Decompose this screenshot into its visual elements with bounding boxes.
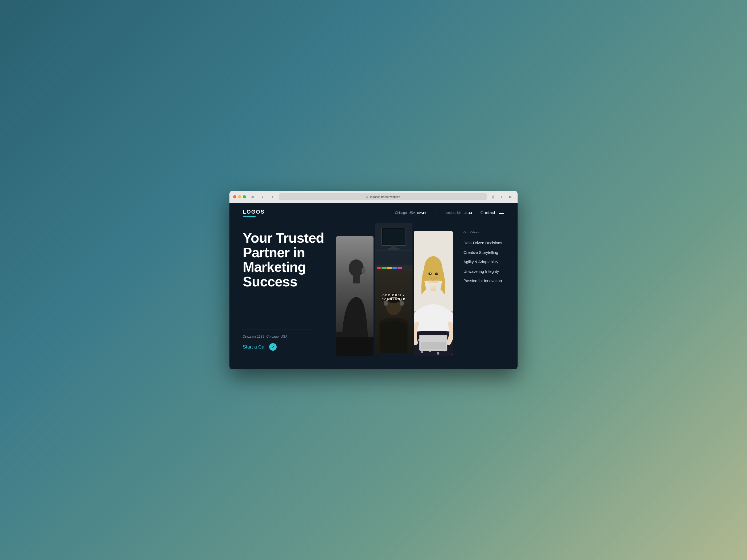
svg-rect-10 xyxy=(391,245,396,248)
hero-values: Our Values Data-Driven Decisions Creativ… xyxy=(463,223,518,356)
hero-bottom: Drazzina 1389, Chicago, USA Start a Call… xyxy=(243,329,328,351)
overlay-line1: OBVIOUSLY xyxy=(382,293,406,297)
svg-rect-4 xyxy=(353,275,360,284)
value-item-1: Data-Driven Decisions xyxy=(463,240,518,246)
svg-rect-6 xyxy=(336,332,358,337)
tabs-button[interactable]: ⧉ xyxy=(506,194,514,200)
image-column-1 xyxy=(336,236,374,356)
london-label: London, UK xyxy=(444,211,461,215)
image-text-overlay: OBVIOUSLY CONDENSED xyxy=(382,293,406,301)
new-tab-button[interactable]: + xyxy=(498,194,505,200)
nav-contact: Contact xyxy=(481,210,504,215)
hamburger-icon[interactable] xyxy=(499,212,504,214)
minimize-button[interactable] xyxy=(238,195,241,198)
woman-image xyxy=(414,231,453,356)
sidebar-toggle-button[interactable]: ⊞ xyxy=(249,194,256,200)
hero-title: Your Trusted Partner in Marketing Succes… xyxy=(243,231,328,289)
swatch-yellow xyxy=(387,267,392,269)
nav-right: Chicago, USA 02:41 London, UK 08:41 Cont… xyxy=(395,210,504,215)
swatch-red xyxy=(377,267,382,269)
svg-rect-30 xyxy=(421,342,446,349)
value-item-2: Creative Storytelling xyxy=(463,250,518,255)
hero-section: Your Trusted Partner in Marketing Succes… xyxy=(229,223,518,369)
col2-headphones-area: OBVIOUSLY CONDENSED xyxy=(375,271,412,353)
value-item-4: Unwavering Integrity xyxy=(463,269,518,274)
cta-link[interactable]: Start a Call ↗ xyxy=(243,343,328,351)
swatch-blue xyxy=(392,267,397,269)
svg-point-33 xyxy=(435,272,438,275)
svg-rect-36 xyxy=(431,283,436,291)
svg-rect-16 xyxy=(400,301,404,305)
svg-rect-9 xyxy=(383,229,405,244)
london-time: 08:41 xyxy=(464,211,472,215)
chicago-time: 02:41 xyxy=(417,211,426,215)
traffic-lights xyxy=(233,195,246,198)
headphones-person-svg xyxy=(375,279,412,353)
lock-icon: 🔒 xyxy=(365,195,369,198)
monitor-svg xyxy=(375,223,412,265)
close-button[interactable] xyxy=(233,195,236,198)
browser-chrome: ⊞ ‹ › 🔒 logosco.framer.website ⎙ + ⧉ xyxy=(229,191,518,203)
forward-button[interactable]: › xyxy=(269,194,276,200)
swatch-pink xyxy=(397,267,402,269)
url-text: logosco.framer.website xyxy=(370,195,401,198)
hamburger-line-1 xyxy=(499,212,504,212)
svg-point-35 xyxy=(437,273,438,274)
svg-rect-15 xyxy=(384,301,388,305)
logo-text: LOGOS xyxy=(243,209,265,215)
logo-underline xyxy=(243,216,256,217)
swatch-green xyxy=(382,267,387,269)
address-bar[interactable]: 🔒 logosco.framer.website xyxy=(279,193,487,200)
value-item-5: Passion for Innovation xyxy=(463,278,518,284)
color-swatches-area xyxy=(375,265,412,271)
hero-title-line3: Marketing xyxy=(243,259,306,275)
svg-point-32 xyxy=(429,272,432,275)
value-item-3: Agility & Adaptability xyxy=(463,259,518,265)
hero-images: OBVIOUSLY CONDENSED xyxy=(336,223,453,356)
hero-title-line1: Your Trusted xyxy=(243,230,324,246)
chicago-label: Chicago, USA xyxy=(395,211,415,215)
hero-address: Drazzina 1389, Chicago, USA xyxy=(243,335,328,339)
website-content: LOGOS Chicago, USA 02:41 London, UK 08:4… xyxy=(229,203,518,369)
share-button[interactable]: ⎙ xyxy=(489,194,497,200)
image-column-3 xyxy=(414,231,453,356)
svg-rect-11 xyxy=(388,248,400,249)
values-section-label: Our Values xyxy=(463,231,518,234)
logo-container: LOGOS xyxy=(243,209,265,217)
cta-text: Start a Call xyxy=(243,344,266,350)
image-column-2: OBVIOUSLY CONDENSED xyxy=(375,223,412,353)
cta-arrow-icon: ↗ xyxy=(269,343,277,351)
chicago-time-widget: Chicago, USA 02:41 xyxy=(395,211,426,215)
browser-window: ⊞ ‹ › 🔒 logosco.framer.website ⎙ + ⧉ LOG… xyxy=(229,191,518,369)
back-button[interactable]: ‹ xyxy=(259,194,266,200)
contact-label[interactable]: Contact xyxy=(481,210,495,215)
svg-rect-5 xyxy=(336,337,374,356)
navigation: LOGOS Chicago, USA 02:41 London, UK 08:4… xyxy=(229,203,518,223)
values-list: Data-Driven Decisions Creative Storytell… xyxy=(463,240,518,284)
svg-point-24 xyxy=(421,351,423,353)
time-separator xyxy=(435,211,435,215)
svg-point-26 xyxy=(437,352,439,355)
browser-actions: ⎙ + ⧉ xyxy=(489,194,514,200)
svg-point-3 xyxy=(361,267,366,274)
maximize-button[interactable] xyxy=(243,195,246,198)
overlay-line2: CONDENSED xyxy=(382,297,406,301)
svg-point-34 xyxy=(430,273,431,274)
person-image-1 xyxy=(336,236,374,356)
london-time-widget: London, UK 08:41 xyxy=(444,211,472,215)
hero-title-line2: Partner in xyxy=(243,245,305,260)
hero-divider xyxy=(243,329,312,330)
hamburger-line-2 xyxy=(499,213,504,214)
col2-monitor-area xyxy=(375,223,412,265)
svg-point-2 xyxy=(349,260,364,276)
hero-left: Your Trusted Partner in Marketing Succes… xyxy=(243,223,328,356)
hero-title-line4: Success xyxy=(243,274,297,289)
